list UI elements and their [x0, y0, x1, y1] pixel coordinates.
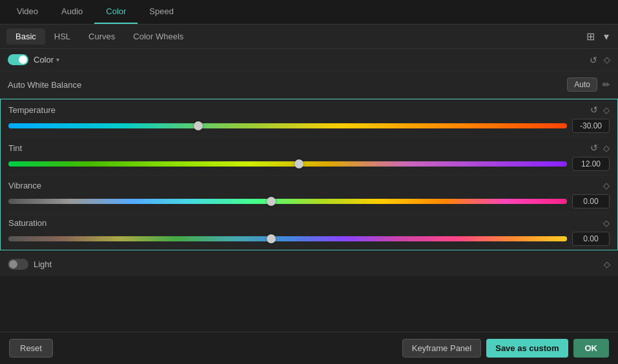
temperature-keyframe-icon[interactable]: ◇	[603, 105, 610, 115]
highlighted-sliders-section: Temperature ↺ ◇ Tint ↺ ◇	[0, 99, 618, 250]
auto-white-balance-row: Auto White Balance Auto ✏	[0, 71, 618, 99]
saturation-label: Saturation	[8, 218, 46, 228]
vibrance-header: Vibrance ◇	[8, 181, 610, 190]
pencil-icon[interactable]: ✏	[603, 79, 610, 90]
vibrance-gradient-track	[8, 199, 567, 204]
saturation-row: Saturation ◇	[1, 213, 617, 250]
tint-reset-icon[interactable]: ↺	[590, 143, 598, 153]
tab-audio[interactable]: Audio	[50, 0, 94, 24]
split-view-icon[interactable]: ⊞	[584, 30, 597, 43]
color-toggle[interactable]	[8, 54, 28, 65]
awb-label: Auto White Balance	[8, 80, 81, 90]
auto-button[interactable]: Auto	[567, 77, 597, 92]
light-toggle[interactable]	[8, 259, 28, 270]
vibrance-slider-container	[8, 194, 610, 208]
tint-slider-track[interactable]	[8, 159, 567, 168]
vibrance-slider-track[interactable]	[8, 197, 567, 206]
temperature-header: Temperature ↺ ◇	[8, 105, 610, 115]
temperature-row: Temperature ↺ ◇	[1, 99, 617, 137]
vibrance-icons: ◇	[603, 181, 610, 190]
saturation-gradient-track	[8, 236, 567, 241]
temperature-icons: ↺ ◇	[590, 105, 610, 115]
reset-button[interactable]: Reset	[9, 339, 53, 358]
vibrance-keyframe-icon[interactable]: ◇	[603, 181, 610, 190]
keyframe-panel-button[interactable]: Keyframe Panel	[402, 339, 482, 358]
saturation-slider-container	[8, 232, 610, 246]
subtab-basic[interactable]: Basic	[6, 28, 45, 45]
tint-gradient-track	[8, 161, 567, 167]
light-section: Light ◇	[0, 252, 618, 276]
temperature-gradient-track	[8, 123, 567, 128]
vibrance-row: Vibrance ◇	[1, 176, 617, 212]
saturation-slider-track[interactable]	[8, 234, 567, 243]
footer: Reset Keyframe Panel Save as custom OK	[0, 332, 618, 364]
save-as-custom-button[interactable]: Save as custom	[486, 339, 568, 358]
footer-right: Keyframe Panel Save as custom OK	[402, 339, 609, 358]
chevron-down-icon[interactable]: ▾	[601, 30, 612, 43]
temperature-slider-container	[8, 119, 610, 133]
saturation-value[interactable]	[572, 232, 610, 246]
subtab-curves[interactable]: Curves	[79, 28, 124, 45]
tab-video[interactable]: Video	[5, 0, 50, 24]
subtab-hsl[interactable]: HSL	[45, 28, 79, 45]
top-tabs-container: Video Audio Color Speed	[0, 0, 618, 25]
color-chevron-icon[interactable]: ▾	[56, 56, 59, 63]
saturation-icons: ◇	[603, 218, 610, 228]
temperature-label: Temperature	[8, 105, 56, 115]
ok-button[interactable]: OK	[573, 339, 610, 358]
color-section-header: Color ▾ ↺ ◇	[0, 49, 618, 71]
temperature-slider-track[interactable]	[8, 121, 567, 130]
light-label: Light	[34, 259, 52, 269]
color-section-title: Color ▾	[34, 55, 59, 65]
light-right: ◇	[604, 259, 610, 269]
tint-header: Tint ↺ ◇	[8, 143, 610, 153]
tint-value[interactable]	[572, 157, 610, 171]
color-keyframe-icon[interactable]: ◇	[604, 55, 610, 65]
subtab-color-wheels[interactable]: Color Wheels	[124, 28, 192, 45]
light-keyframe-icon[interactable]: ◇	[604, 259, 610, 269]
vibrance-thumb[interactable]	[267, 197, 276, 206]
sub-tabs-right: ⊞ ▾	[584, 30, 612, 43]
tab-color[interactable]: Color	[94, 0, 138, 24]
temperature-value[interactable]	[572, 119, 610, 133]
tint-slider-container	[8, 157, 610, 171]
vibrance-label: Vibrance	[8, 181, 41, 190]
tint-thumb[interactable]	[294, 159, 304, 168]
tab-speed[interactable]: Speed	[138, 0, 185, 24]
temperature-reset-icon[interactable]: ↺	[590, 105, 598, 115]
temperature-thumb[interactable]	[194, 121, 203, 130]
awb-right: Auto ✏	[567, 77, 610, 92]
tint-icons: ↺ ◇	[590, 143, 610, 153]
saturation-keyframe-icon[interactable]: ◇	[603, 218, 610, 228]
saturation-header: Saturation ◇	[8, 218, 610, 228]
color-header-icons: ↺ ◇	[590, 55, 610, 65]
tint-keyframe-icon[interactable]: ◇	[603, 143, 610, 153]
color-reset-icon[interactable]: ↺	[590, 55, 597, 65]
saturation-thumb[interactable]	[267, 234, 276, 243]
vibrance-value[interactable]	[572, 194, 610, 208]
tint-label: Tint	[8, 143, 22, 153]
tint-row: Tint ↺ ◇	[1, 137, 617, 175]
sub-tabs-container: Basic HSL Curves Color Wheels ⊞ ▾	[0, 25, 618, 49]
